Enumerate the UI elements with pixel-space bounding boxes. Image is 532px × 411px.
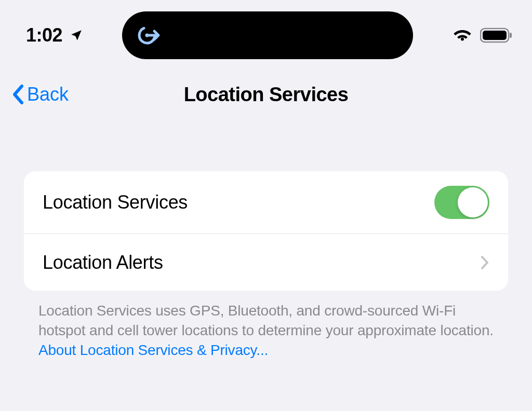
battery-icon [480,28,513,43]
location-services-toggle[interactable] [434,186,489,219]
navigation-icon [136,23,161,48]
status-time: 1:02 [26,24,62,46]
location-arrow-icon [70,29,83,42]
toggle-knob [458,187,488,217]
dynamic-island[interactable] [122,11,413,59]
chevron-right-icon [480,255,489,270]
status-bar: 1:02 [0,0,532,67]
footer-description: Location Services uses GPS, Bluetooth, a… [38,303,494,338]
wifi-icon [452,28,473,43]
nav-bar: Back Location Services [0,67,532,127]
location-services-row[interactable]: Location Services [24,171,508,234]
footer-text: Location Services uses GPS, Bluetooth, a… [24,291,508,370]
settings-group: Location Services Location Alerts [24,171,508,291]
row-label: Location Services [43,191,188,213]
svg-rect-3 [483,31,507,40]
back-label: Back [27,84,69,105]
location-alerts-row[interactable]: Location Alerts [24,234,508,291]
back-button[interactable]: Back [10,83,69,106]
row-label: Location Alerts [43,252,163,273]
chevron-left-icon [10,83,26,106]
page-title: Location Services [184,84,349,106]
content: Location Services Location Alerts Locati… [0,171,532,370]
about-link[interactable]: About Location Services & Privacy... [38,342,268,358]
status-right [452,28,513,43]
status-left: 1:02 [26,24,83,46]
svg-rect-4 [510,33,512,38]
